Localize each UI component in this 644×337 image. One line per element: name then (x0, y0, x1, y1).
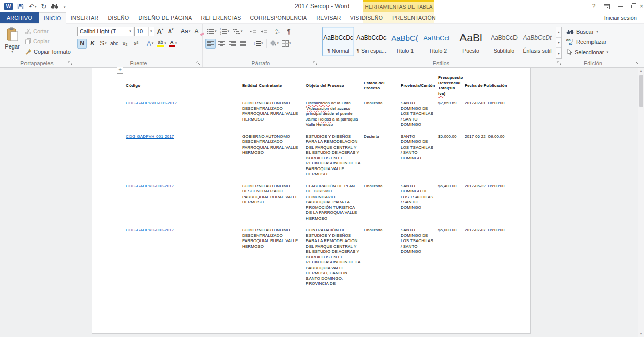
align-left-button[interactable] (205, 39, 216, 49)
style-sin-espaciado[interactable]: AaBbCcDc ¶ Sin espa... (355, 27, 388, 56)
shrink-font-button[interactable]: A ▾ (166, 27, 176, 36)
paste-button[interactable]: Pegar ▾ (1, 25, 23, 59)
shading-button[interactable]: ▾ (269, 39, 280, 49)
restore-button[interactable] (627, 1, 640, 12)
vertical-scrollbar[interactable]: ▴ ▾ (638, 68, 644, 337)
tab-tabla-presentacion[interactable]: PRESENTACIÓN (388, 12, 441, 23)
subscript-button[interactable]: x₂ (120, 39, 130, 49)
tab-tabla-diseno[interactable]: DISEÑO (357, 12, 388, 23)
tab-revisar[interactable]: REVISAR (312, 12, 345, 23)
tab-archivo[interactable]: ARCHIVO (0, 12, 39, 23)
style-titulo-2[interactable]: AaBbCcE Título 2 (422, 27, 454, 56)
table-cell: 2017-07-07 09:00:00 (465, 228, 526, 294)
find-button[interactable]: Buscar ▾ (564, 27, 622, 36)
parrafo-dialog-launcher[interactable] (313, 61, 317, 66)
ribbon-display-options-button[interactable] (600, 1, 613, 12)
underline-glyph: S (100, 40, 104, 47)
tab-insertar[interactable]: INSERTAR (66, 12, 104, 23)
customize-qat-button[interactable]: ▾ (63, 4, 66, 9)
align-center-button[interactable] (217, 39, 226, 49)
font-size-combo[interactable]: 10 ▾ (134, 27, 154, 36)
redo-button[interactable]: ↻ (41, 3, 46, 10)
find-qat-button[interactable] (51, 3, 58, 9)
portapapeles-dialog-launcher[interactable] (68, 61, 72, 66)
superscript-button[interactable]: x² (131, 39, 141, 49)
tab-diseno[interactable]: DISEÑO (103, 12, 134, 23)
change-case-caret-icon: ▾ (189, 29, 191, 33)
show-marks-button[interactable]: ¶ (284, 27, 294, 36)
strikethrough-button[interactable]: abc (109, 39, 119, 49)
ribbon-display-icon (604, 4, 610, 9)
tab-referencias[interactable]: REFERENCIAS (197, 12, 246, 23)
process-code-link[interactable]: CDG-GADPVH-001-2017 (126, 134, 174, 139)
table-move-handle[interactable]: ✛ (117, 67, 123, 74)
select-button[interactable]: Seleccionar ▾ (564, 47, 622, 57)
style-name: Énfasis sutil (523, 47, 551, 55)
save-button[interactable] (17, 3, 24, 10)
scroll-up-icon[interactable]: ▴ (638, 68, 644, 74)
estilos-dialog-launcher[interactable] (557, 61, 561, 66)
borders-button[interactable]: ▾ (281, 39, 292, 49)
fuente-dialog-launcher[interactable] (196, 61, 201, 66)
style-titulo-1[interactable]: AaBbC( Título 1 (389, 27, 421, 56)
scroll-down-icon[interactable]: ▾ (638, 331, 644, 337)
styles-more-button[interactable]: ▾ (556, 48, 561, 58)
select-caret-icon: ▾ (606, 50, 608, 54)
justify-button[interactable] (238, 39, 248, 49)
align-right-button[interactable] (227, 39, 237, 49)
bullets-button[interactable]: ▾ (205, 27, 218, 36)
styles-scroll-down-button[interactable]: ▾ (556, 38, 561, 49)
clear-formatting-button[interactable]: A (192, 27, 201, 36)
process-code-link[interactable]: CDG-GADPRVH-001-2017 (126, 101, 177, 105)
style-preview: AaBbCcDc (323, 28, 353, 47)
document-page[interactable]: ✛ Código Entidad Contratante Objeto del … (92, 68, 531, 334)
misspelled-word: Adecuacion (307, 106, 329, 111)
process-code-link[interactable]: CDG-GADPVH-002-2017 (126, 184, 174, 188)
styles-scroll-up-button[interactable]: ▴ (556, 27, 561, 38)
help-button[interactable]: ? (587, 1, 600, 12)
style-subtitulo[interactable]: AaBbCcD Subtítulo (488, 27, 520, 56)
font-color-button[interactable]: A ▾ (168, 39, 178, 49)
word-app-icon[interactable]: W (4, 3, 13, 10)
scrollbar-thumb[interactable] (639, 75, 643, 107)
table-cell: 2017-06-22 09:00:00 (465, 134, 526, 184)
undo-button[interactable]: ↶ ▾ (29, 3, 36, 10)
grow-font-button[interactable]: A ▴ (156, 27, 165, 36)
style-enfasis-sutil[interactable]: AaBbCcDt Énfasis sutil (521, 27, 553, 56)
tab-correspondencia[interactable]: CORRESPONDENCIA (246, 12, 312, 23)
line-spacing-button[interactable]: ↕ ▾ (252, 39, 264, 49)
font-name-combo[interactable]: Calibri Light (T ▾ (77, 27, 133, 36)
quick-access-toolbar: W ↶ ▾ ↻ (0, 3, 66, 10)
collapse-ribbon-button[interactable] (634, 62, 639, 65)
tab-diseno-de-pagina[interactable]: DISEÑO DE PÁGINA (134, 12, 196, 23)
style-puesto[interactable]: AaBl Puesto (455, 27, 487, 56)
text-effects-button[interactable]: A ▾ (145, 39, 155, 49)
sign-in-link[interactable]: Iniciar sesión (604, 15, 644, 21)
close-button[interactable]: × (640, 1, 644, 12)
table-cell: 2017-02-01 08:00:00 (465, 101, 526, 134)
tab-inicio[interactable]: INICIO (39, 12, 66, 24)
increase-indent-button[interactable] (259, 27, 269, 36)
format-painter-icon (25, 49, 32, 55)
minimize-button[interactable] (613, 1, 627, 12)
replace-button[interactable]: ab ac Reemplazar (564, 37, 622, 46)
font-name-caret-icon: ▾ (127, 27, 133, 36)
copy-button[interactable]: Copiar (23, 37, 72, 46)
highlight-button[interactable]: ab ▾ (156, 39, 167, 49)
italic-button[interactable]: K (88, 39, 97, 49)
underline-button[interactable]: S ▾ (98, 39, 108, 49)
decrease-indent-button[interactable] (248, 27, 258, 36)
sort-button[interactable]: A Z ↓ (273, 27, 283, 36)
align-right-icon (229, 41, 236, 46)
numbering-button[interactable]: 123 ▾ (219, 27, 231, 36)
bold-button[interactable]: N (77, 39, 87, 49)
style-normal[interactable]: AaBbCcDc ¶ Normal (322, 27, 354, 56)
change-case-button[interactable]: Aa ▾ (180, 27, 191, 36)
multilevel-list-button[interactable]: ▾ (231, 27, 244, 36)
format-painter-button[interactable]: Copiar formato (23, 47, 72, 56)
font-size-value: 10 (137, 28, 143, 34)
style-name: Título 2 (429, 47, 447, 55)
process-code-link[interactable]: CDG-GADPVH-003-2017 (126, 228, 174, 232)
table-cell: Fiscalizacion de la Obra “Adecuacion del… (306, 101, 364, 134)
cut-button[interactable]: Cortar (23, 27, 72, 36)
